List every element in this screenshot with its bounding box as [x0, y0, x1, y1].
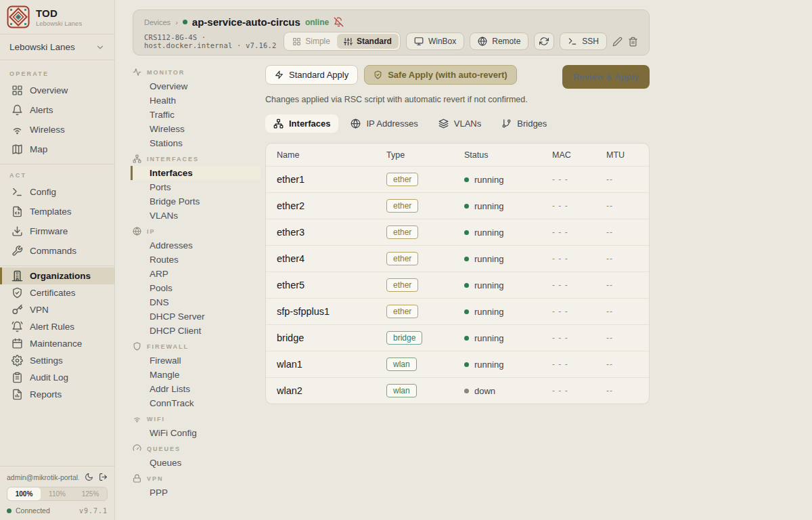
- devnav-routes[interactable]: Routes: [131, 253, 261, 267]
- remote-button[interactable]: Remote: [470, 32, 528, 50]
- connection-status-dot: [7, 508, 12, 513]
- user-email: admin@mikrotik-portal.dev: [7, 473, 79, 481]
- sidebar-item-reports[interactable]: Reports: [0, 386, 114, 403]
- winbox-button[interactable]: WinBox: [406, 32, 464, 50]
- devnav-addr-lists[interactable]: Addr Lists: [131, 382, 261, 396]
- device-header-card: Devices › ap-service-auto-circus online …: [133, 9, 650, 56]
- table-row[interactable]: ether5 ether running - - - --: [266, 272, 649, 298]
- sidebar-item-wireless[interactable]: Wireless: [0, 120, 114, 139]
- wrench-icon: [12, 245, 23, 257]
- lock-icon: [133, 474, 141, 483]
- table-row[interactable]: ether1 ether running - - - --: [266, 166, 649, 192]
- sidebar-item-alerts[interactable]: Alerts: [0, 100, 114, 120]
- mode-simple-button[interactable]: Simple: [286, 34, 337, 49]
- status-dot: [464, 230, 469, 235]
- devnav-ppp[interactable]: PPP: [131, 485, 261, 500]
- sidebar-item-templates[interactable]: Templates: [0, 202, 114, 221]
- sidebar-item-settings[interactable]: Settings: [0, 352, 114, 369]
- status-dot: [464, 389, 469, 393]
- zoom-option-100[interactable]: 100%: [7, 488, 41, 500]
- devnav-wireless[interactable]: Wireless: [131, 122, 261, 136]
- device-name: ap-service-auto-circus: [192, 16, 300, 28]
- devnav-arp[interactable]: ARP: [131, 267, 261, 281]
- shield-icon: [133, 342, 141, 351]
- type-badge: ether: [386, 278, 418, 292]
- sidebar-item-config[interactable]: Config: [0, 182, 114, 202]
- devnav-mangle[interactable]: Mangle: [131, 368, 261, 382]
- devnav-dns[interactable]: DNS: [131, 295, 261, 309]
- bell-off-icon[interactable]: [334, 17, 344, 27]
- sidebar-item-organizations[interactable]: Organizations: [0, 267, 114, 284]
- col-status: Status: [464, 150, 552, 160]
- devnav-dhcp-client[interactable]: DHCP Client: [131, 324, 261, 338]
- status-dot: [464, 309, 469, 314]
- status-dot: [464, 204, 469, 209]
- shield-check-icon: [374, 70, 382, 79]
- ssh-button[interactable]: SSH: [560, 32, 607, 50]
- group-label-firewall: FIREWALL: [147, 343, 189, 350]
- refresh-button[interactable]: [534, 32, 554, 50]
- tab-vlans[interactable]: VLANs: [430, 114, 489, 133]
- devnav-ports[interactable]: Ports: [131, 180, 261, 194]
- table-row[interactable]: ether4 ether running - - - --: [266, 245, 649, 272]
- type-badge: ether: [386, 252, 418, 265]
- devnav-firewall[interactable]: Firewall: [131, 353, 261, 368]
- status-dot: [464, 362, 469, 367]
- col-mac: MAC: [552, 150, 606, 160]
- zoom-option-110[interactable]: 110%: [41, 488, 74, 500]
- logout-icon[interactable]: [99, 473, 108, 481]
- devnav-stations[interactable]: Stations: [131, 136, 261, 150]
- zoom-option-125[interactable]: 125%: [74, 488, 107, 500]
- devnav-pools[interactable]: Pools: [131, 281, 261, 295]
- devnav-health[interactable]: Health: [131, 93, 261, 108]
- table-row[interactable]: ether2 ether running - - - --: [266, 192, 649, 219]
- devnav-dhcp-server[interactable]: DHCP Server: [131, 309, 261, 324]
- table-row[interactable]: sfp-sfpplus1 ether running - - - --: [266, 298, 649, 324]
- group-label-monitor: MONITOR: [147, 69, 185, 76]
- table-row[interactable]: wlan1 wlan running - - - --: [266, 351, 649, 377]
- devnav-overview[interactable]: Overview: [131, 79, 261, 93]
- apply-bar: Standard Apply Safe Apply (with auto-rev…: [265, 65, 650, 89]
- moon-icon[interactable]: [85, 473, 93, 481]
- sidebar-item-alert-rules[interactable]: Alert Rules: [0, 318, 114, 335]
- org-selector[interactable]: Lebowski Lanes: [0, 35, 114, 60]
- app-sidebar: TOD Lebowski Lanes Lebowski Lanes OPERAT…: [0, 0, 115, 520]
- devnav-addresses[interactable]: Addresses: [131, 238, 261, 253]
- sidebar-item-map[interactable]: Map: [0, 139, 114, 159]
- sidebar-item-overview[interactable]: Overview: [0, 81, 114, 100]
- sidebar-item-firmware[interactable]: Firmware: [0, 221, 114, 241]
- devnav-interfaces[interactable]: Interfaces: [131, 166, 261, 180]
- devnav-bridge-ports[interactable]: Bridge Ports: [131, 194, 261, 209]
- tab-bridges[interactable]: Bridges: [493, 114, 555, 133]
- sidebar-item-maintenance[interactable]: Maintenance: [0, 335, 114, 352]
- gear-icon: [12, 355, 23, 366]
- standard-apply-button[interactable]: Standard Apply: [265, 65, 358, 85]
- globe-icon: [478, 37, 487, 46]
- safe-apply-button[interactable]: Safe Apply (with auto-revert): [364, 65, 516, 85]
- sidebar-item-vpn[interactable]: VPN: [0, 301, 114, 318]
- review-apply-button[interactable]: Review & Apply: [562, 65, 650, 89]
- devnav-conntrack[interactable]: ConnTrack: [131, 396, 261, 410]
- mode-standard-button[interactable]: Standard: [337, 34, 399, 49]
- device-nav: MONITOR Overview Health Traffic Wireless…: [131, 64, 261, 500]
- app-subtitle: Lebowski Lanes: [36, 20, 82, 27]
- edit-pencil-icon[interactable]: [612, 37, 623, 47]
- tab-interfaces[interactable]: Interfaces: [265, 114, 338, 133]
- devnav-wifi-config[interactable]: WiFi Config: [131, 426, 261, 440]
- table-row[interactable]: ether3 ether running - - - --: [266, 219, 649, 245]
- group-label-interfaces: INTERFACES: [147, 156, 199, 162]
- breadcrumb-devices[interactable]: Devices: [144, 18, 171, 26]
- trash-icon[interactable]: [628, 37, 638, 47]
- table-row[interactable]: bridge bridge running - - - --: [266, 324, 649, 351]
- sidebar-item-audit-log[interactable]: Audit Log: [0, 369, 114, 386]
- devnav-traffic[interactable]: Traffic: [131, 108, 261, 122]
- device-online-dot: [183, 20, 187, 24]
- col-name: Name: [277, 150, 386, 160]
- table-row[interactable]: wlan2 wlan down - - - --: [266, 377, 649, 404]
- devnav-queues[interactable]: Queues: [131, 456, 261, 470]
- sidebar-item-certificates[interactable]: Certificates: [0, 284, 114, 301]
- devnav-vlans[interactable]: VLANs: [131, 209, 261, 223]
- group-label-wifi: WIFI: [147, 416, 165, 422]
- sidebar-item-commands[interactable]: Commands: [0, 241, 114, 261]
- tab-ip-addresses[interactable]: IP Addresses: [342, 114, 426, 133]
